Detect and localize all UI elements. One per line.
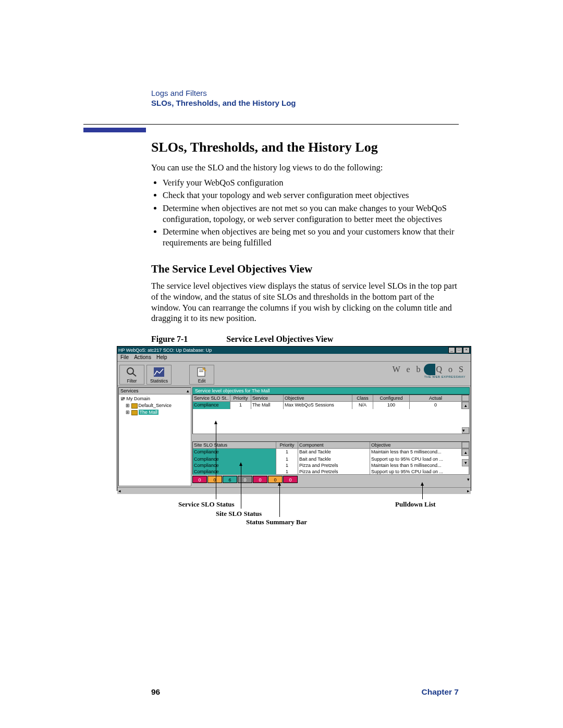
scroll-down-icon[interactable]: ▾ <box>462 427 469 434</box>
close-button[interactable]: × <box>463 347 470 353</box>
section-name: SLOs, Thresholds, and the History Log <box>151 98 459 107</box>
scroll-up-icon[interactable]: ▴ <box>187 388 189 393</box>
folder-icon <box>131 410 138 415</box>
status-cell: Compliance <box>193 402 230 409</box>
list-item: Determine when objectives are being met … <box>163 227 459 248</box>
maximize-button[interactable]: □ <box>456 347 462 353</box>
magnifier-icon <box>126 366 138 378</box>
toolbar-label: Statistics <box>150 378 168 384</box>
scroll-down-icon[interactable]: ▾ <box>462 459 469 466</box>
col-header[interactable]: Priority <box>276 442 298 448</box>
window-title: HP WebQoS: atc217 SCO: Up Database: Up <box>118 348 212 353</box>
list-item: Check that your topology and web server … <box>163 190 459 201</box>
horizontal-rule <box>83 124 459 125</box>
table-row[interactable]: Compliance 1 Bait and Tackle Support up … <box>193 456 469 462</box>
menu-file[interactable]: File <box>120 354 129 360</box>
list-item: Verify your WebQoS configuration <box>163 178 459 189</box>
annotation-arrow <box>422 485 423 499</box>
notepad-icon <box>195 366 208 378</box>
col-header[interactable]: Component <box>298 442 370 448</box>
tree-header: Services ▴ <box>119 388 191 394</box>
col-header[interactable]: Service SLO St.. <box>193 395 230 401</box>
col-header[interactable]: Objective <box>370 442 462 448</box>
scroll-up-icon[interactable]: ▴ <box>462 449 469 456</box>
list-item: Determine when objectives are not met so… <box>163 203 459 225</box>
chapter-name: Logs and Filters <box>151 89 459 97</box>
pulldown-icon[interactable]: ▾ <box>467 476 470 483</box>
table-header-row[interactable]: Service SLO St.. Priority Service Object… <box>193 395 469 402</box>
col-header[interactable]: Configured <box>373 395 410 401</box>
annotation-label: Site SLO Status <box>216 510 262 518</box>
tree-body[interactable]: 🖳 My Domain ⊞ Default_Service ⊞ The Mall <box>119 394 191 417</box>
col-header[interactable]: Actual <box>410 395 462 401</box>
app-window: HP WebQoS: atc217 SCO: Up Database: Up _… <box>117 346 471 491</box>
table-row[interactable]: Compliance 1 The Mall Max WebQoS Session… <box>193 402 469 409</box>
figure-label: Figure 7-1 Service Level Objectives View <box>151 335 459 344</box>
status-badge[interactable]: 0 <box>192 476 207 483</box>
crescent-icon <box>424 364 435 375</box>
figure-title: Service Level Objectives View <box>226 335 333 343</box>
chart-icon <box>153 366 165 378</box>
toolbar-label: Edit <box>198 378 206 384</box>
annotation-label: Pulldown List <box>395 500 436 509</box>
tree-item-selected[interactable]: ⊞ The Mall <box>120 409 189 416</box>
panel-header: Service level objectives for The Mall <box>192 387 470 394</box>
figure-number: Figure 7-1 <box>151 335 188 343</box>
toolbar-label: Filter <box>127 378 137 384</box>
status-summary-bar[interactable]: 0 0 6 0 0 0 0 ▾ <box>192 476 470 483</box>
filter-button[interactable]: Filter <box>119 365 144 385</box>
col-header[interactable]: Site SLO Status <box>193 442 276 448</box>
intro-paragraph: You can use the SLO and the history log … <box>151 163 459 174</box>
status-badge[interactable]: 0 <box>253 476 267 483</box>
chapter-ref: Chapter 7 <box>422 687 459 697</box>
tree-item[interactable]: ⊞ Default_Service <box>120 402 189 409</box>
tree-item[interactable]: 🖳 My Domain <box>120 396 189 402</box>
annotation-label: Status Summary Bar <box>246 518 307 526</box>
page-footer: 96 Chapter 7 <box>151 687 459 697</box>
services-tree-panel: Services ▴ 🖳 My Domain ⊞ Default_Service… <box>118 387 191 486</box>
edit-button[interactable]: Edit <box>189 365 214 385</box>
table-header-row[interactable]: Site SLO Status Priority Component Objec… <box>193 442 469 449</box>
body-paragraph: The service level objectives view displa… <box>151 281 459 324</box>
status-badge[interactable]: 6 <box>223 476 237 483</box>
annotation-arrow <box>241 465 241 509</box>
minimize-button[interactable]: _ <box>448 347 455 353</box>
logo-text: Q o S <box>436 365 466 374</box>
webqos-logo: W e b Q o S THE WEB EXPRESSWAY <box>393 364 466 375</box>
site-slo-table: Site SLO Status Priority Component Objec… <box>192 441 470 475</box>
status-badge[interactable]: 0 <box>238 476 252 483</box>
menu-help[interactable]: Help <box>156 354 167 360</box>
logo-subtitle: THE WEB EXPRESSWAY <box>424 375 466 378</box>
col-header[interactable]: Class <box>352 395 373 401</box>
tree-header-label: Services <box>120 388 139 393</box>
table-row[interactable]: Compliance 1 Pizza and Pretzels Support … <box>193 468 469 475</box>
svg-rect-2 <box>154 367 164 377</box>
status-badge[interactable]: 0 <box>283 476 298 483</box>
blue-accent-bar <box>83 128 146 132</box>
menu-actions[interactable]: Actions <box>134 354 151 360</box>
col-header[interactable]: Priority <box>230 395 251 401</box>
folder-icon <box>131 403 138 409</box>
status-badge[interactable]: 0 <box>207 476 222 483</box>
table-row[interactable]: Compliance 1 Pizza and Pretzels Maintain… <box>193 462 469 468</box>
annotation-arrow <box>279 485 280 517</box>
menubar[interactable]: File Actions Help <box>117 354 471 361</box>
col-header[interactable]: Service <box>251 395 284 401</box>
svg-line-1 <box>132 373 136 376</box>
annotation-label: Service SLO Status <box>178 500 235 509</box>
col-header[interactable]: Objective <box>284 395 352 401</box>
scroll-right-icon[interactable]: ▸ <box>467 488 470 493</box>
page-title: SLOs, Thresholds, and the History Log <box>151 140 459 155</box>
scroll-up-icon[interactable]: ▴ <box>462 402 469 409</box>
statistics-button[interactable]: Statistics <box>146 365 172 385</box>
bullet-list: Verify your WebQoS configuration Check t… <box>151 178 459 249</box>
page-number: 96 <box>151 687 160 697</box>
subheading: The Service Level Objectives View <box>151 263 459 276</box>
logo-text: W e b <box>393 365 423 374</box>
window-titlebar[interactable]: HP WebQoS: atc217 SCO: Up Database: Up _… <box>117 347 471 354</box>
table-row[interactable]: Compliance 1 Bait and Tackle Maintain le… <box>193 449 469 456</box>
service-slo-table: Service SLO St.. Priority Service Object… <box>192 394 470 434</box>
toolbar: Filter Statistics Edit W e b <box>117 361 471 386</box>
annotation-arrow <box>216 423 216 499</box>
